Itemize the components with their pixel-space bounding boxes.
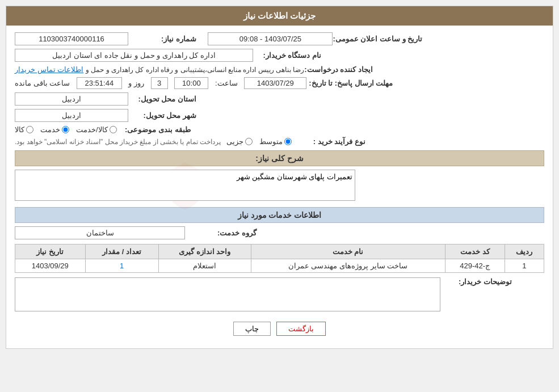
- category-option-kala[interactable]: کالا: [15, 125, 33, 134]
- buyer-notes-section: توضیحات خریدار:: [15, 277, 544, 311]
- cell-qty: 1: [85, 259, 158, 273]
- table-row: 1 ج-42-429 ساخت سایر پروژه‌های مهندسی عم…: [15, 259, 544, 273]
- province-value: اردبیل: [15, 92, 128, 106]
- deadline-date: 1403/07/29: [244, 77, 306, 89]
- process-option-motavasset[interactable]: متوسط: [259, 137, 292, 146]
- announcement-date-label: تاریخ و ساعت اعلان عمومی:: [333, 35, 422, 43]
- col-header-date: تاریخ نیاز: [15, 245, 86, 259]
- city-label: شهر محل تحویل:: [128, 111, 196, 120]
- deadline-days-label: روز و: [128, 79, 144, 87]
- buyer-notes-textarea[interactable]: [15, 277, 440, 311]
- city-value: اردبیل: [15, 109, 128, 122]
- back-button[interactable]: بازگشت: [276, 322, 326, 336]
- process-note: پرداخت تمام یا بخشی از مبلغ خریداز محل "…: [15, 138, 221, 146]
- deadline-label: مهلت ارسال پاسخ: تا تاریخ:: [309, 79, 393, 87]
- cell-row: 1: [505, 259, 544, 273]
- buyer-org-label: نام دستگاه خریدار:: [253, 51, 321, 60]
- announcement-date-value: 1403/07/25 - 09:08: [208, 32, 333, 45]
- services-section-header: اطلاعات خدمات مورد نیاز: [15, 207, 544, 223]
- service-group-value: ساختمان: [15, 226, 185, 239]
- header-title: جزئیات اطلاعات نیاز: [243, 11, 316, 20]
- contact-link[interactable]: اطلاعات تماس خریدار: [15, 65, 83, 74]
- cell-date: 1403/09/29: [15, 259, 86, 273]
- deadline-remaining-label: ساعت باقی مانده: [15, 79, 70, 87]
- col-header-qty: تعداد / مقدار: [85, 245, 158, 259]
- deadline-countdown: 23:51:44: [77, 77, 122, 89]
- need-number-value: 1103003740000116: [15, 32, 128, 45]
- category-label: طبقه بندی موضوعی:: [123, 125, 191, 134]
- deadline-time: 10:00: [174, 77, 208, 89]
- col-header-code: کد خدمت: [445, 245, 505, 259]
- category-option-kala-khadamat[interactable]: کالا/خدمت: [76, 125, 117, 134]
- process-radio-group: متوسط جزیی: [226, 137, 292, 146]
- buyer-org-value: اداره کل راهداری و حمل و نقل جاده ای است…: [15, 49, 253, 62]
- col-header-row: ردیف: [505, 245, 544, 259]
- cell-name: ساخت سایر پروژه‌های مهندسی عمران: [251, 259, 445, 273]
- creator-label: ایجاد کننده درخواست:: [304, 65, 373, 74]
- category-radio-group: کالا/خدمت خدمت کالا: [15, 125, 117, 134]
- category-option-khadamat[interactable]: خدمت: [40, 125, 69, 134]
- buttons-row: بازگشت چاپ: [15, 316, 544, 342]
- province-label: استان محل تحویل:: [128, 95, 196, 103]
- need-number-label: شماره نیاز:: [128, 35, 196, 43]
- deadline-time-label: ساعت:: [215, 79, 238, 87]
- cell-unit: استعلام: [158, 259, 251, 273]
- deadline-days: 3: [151, 77, 168, 89]
- page-header: جزئیات اطلاعات نیاز: [6, 6, 553, 26]
- description-textarea[interactable]: تعمیرات پلهای شهرستان مشگین شهر: [15, 170, 355, 201]
- service-group-label: گروه خدمت:: [188, 229, 257, 237]
- buyer-notes-label: توضیحات خریدار:: [444, 277, 512, 286]
- creator-value: رضا بناهی رییس اداره منابع انسانی،پشتیبا…: [86, 66, 304, 74]
- process-option-jozii[interactable]: جزیی: [226, 137, 253, 146]
- description-section-header: شرح کلی نیاز:: [15, 150, 544, 166]
- cell-code: ج-42-429: [445, 259, 505, 273]
- description-area: AhaTender تعمیرات پلهای شهرستان مشگین شه…: [15, 170, 544, 203]
- services-table: ردیف کد خدمت نام خدمت واحد اندازه گیری ت…: [15, 244, 544, 273]
- col-header-unit: واحد اندازه گیری: [158, 245, 251, 259]
- col-header-name: نام خدمت: [251, 245, 445, 259]
- print-button[interactable]: چاپ: [233, 322, 271, 336]
- process-label: نوع فرآیند خرید :: [297, 137, 365, 146]
